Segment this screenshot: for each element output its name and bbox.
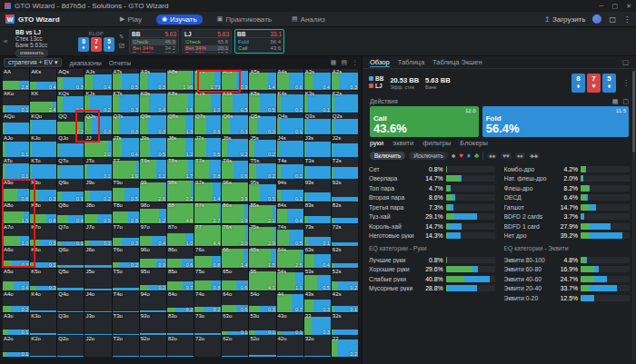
matrix-cell-77[interactable]: 774.4 [194,224,221,245]
maximize-icon[interactable]: ▢ [612,3,619,10]
tab-action-table[interactable]: Таблица Экшен [432,58,482,66]
matrix-cell-Q3s[interactable]: Q3s [304,113,331,134]
tab-study[interactable]: ◉Изучать [156,15,203,25]
exclude-button[interactable]: Исключить [409,152,448,160]
matrix-cell-94o[interactable]: 94o [140,291,166,312]
matrix-cell-A6s[interactable]: A6s0.9 [222,69,248,90]
matrix-cell-K6s[interactable]: K6s0.5 [222,91,248,112]
matrix-cell-82o[interactable]: 82o [167,336,194,357]
matrix-cell-K9o[interactable]: K9o0.3 [30,180,56,201]
matrix-cell-75o[interactable]: 75o0.8 [194,269,221,290]
panel-expand-icon[interactable]: ▢ [622,58,629,66]
fullscreen-icon[interactable]: ▢ [609,15,616,24]
grid-view-icon[interactable]: ▦ [331,59,337,66]
matrix-cell-T3o[interactable]: T3o [113,313,139,334]
matrix-cell-Q4s[interactable]: Q4s0.1 [277,113,303,134]
suit-pair-filter-icon[interactable]: ♣♣ [529,152,541,159]
matrix-cell-55[interactable]: 554.1 [249,269,275,290]
matrix-cell-43o[interactable]: 43o0.1 [277,313,303,334]
matrix-cell-52s[interactable]: 52s0.2 [332,269,358,290]
matrix-cell-97s[interactable]: 97s1.4 [194,180,221,201]
matrix-cell-QTs[interactable]: QTs0.3 [113,113,139,134]
matrix-cell-J7s[interactable]: J7s0.6 [194,135,221,156]
matrix-cell-95o[interactable]: 95o0.2 [140,269,166,290]
matrix-cell-QJo[interactable]: QJo [57,135,84,156]
matrix-cell-AKs[interactable]: AKs0.4 [30,69,56,90]
matrix-cell-A7o[interactable]: A7o1.0 [3,224,29,245]
matrix-cell-A2s[interactable]: A2s0.3 [332,69,358,90]
matrix-cell-Q8s[interactable]: Q8s1.3 [167,113,194,134]
matrix-cell-J7o[interactable]: J7o0.1 [84,224,111,245]
matrix-cell-K4o[interactable]: K4o [30,291,56,312]
tab-table[interactable]: Таблица [398,58,424,66]
tab-hands[interactable]: руки [370,139,383,147]
suit-pair-filter-icon[interactable]: ♦♦ [515,152,525,159]
avatar[interactable] [592,15,601,24]
matrix-cell-A4o[interactable]: A4o0.2 [3,291,29,312]
matrix-cell-KTo[interactable]: KTo [30,158,56,179]
matrix-cell-99[interactable]: 992.6 [140,180,166,201]
tab-filters[interactable]: фильтры [422,139,451,147]
actions-expand-icon[interactable]: ▢ [622,98,629,105]
actions-grid-icon[interactable]: ▦ [612,98,619,105]
matrix-cell-ATs[interactable]: ATs0.5 [113,69,139,90]
collapse-sidebar-icon[interactable]: « [4,29,11,54]
matrix-cell-QTo[interactable]: QTo [57,158,84,179]
node-action-bet-50%[interactable]: Bet 50%10.3 [184,51,229,54]
matrix-cell-T9o[interactable]: T9o0.5 [113,180,139,201]
matrix-cell-A5s[interactable]: A5s1.4 [249,69,275,90]
matrix-cell-JJ[interactable]: JJ2.0 [84,135,111,156]
matrix-cell-T3s[interactable]: T3s [304,158,331,179]
matrix-cell-84o[interactable]: 84o0.2 [167,291,194,312]
matrix-cell-96s[interactable]: 96s3.9 [222,180,248,201]
matrix-cell-AKo[interactable]: AKo0.1 [3,91,29,112]
matrix-cell-Q2s[interactable]: Q2s [332,113,358,134]
matrix-cell-32o[interactable]: 32o [304,336,331,357]
matrix-cell-33[interactable]: 330.3 [304,313,331,334]
panel-scrollbar[interactable] [632,71,635,361]
matrix-cell-95s[interactable]: 95s0.5 [249,180,275,201]
matrix-cell-86s[interactable]: 86s1.9 [222,202,248,223]
list-view-icon[interactable]: ▤ [341,59,347,66]
matrix-cell-64s[interactable]: 64s2.5 [277,247,303,268]
tab-blockers[interactable]: Блокеры [460,139,488,147]
matrix-cell-K3s[interactable]: K3s0.1 [304,91,331,112]
matrix-cell-72o[interactable]: 72o [194,336,221,357]
suit-filter-icon[interactable]: ♣ [474,152,479,160]
summary-more-icon[interactable]: ⋮ [622,79,630,87]
matrix-cell-98s[interactable]: 98s2.2 [167,180,194,201]
matrix-cell-Q9o[interactable]: Q9o0.1 [57,180,84,201]
matrix-cell-A2o[interactable]: A2o0.1 [3,336,29,357]
matrix-cell-76s[interactable]: 76s2.0 [222,224,248,245]
matrix-cell-AQs[interactable]: AQs0.3 [57,69,84,90]
matrix-cell-Q7s[interactable]: Q7s0.6 [194,113,221,134]
matrix-cell-72s[interactable]: 72s [332,224,358,245]
matrix-cell-T4s[interactable]: T4s0.1 [277,158,303,179]
matrix-cell-AQo[interactable]: AQo [3,113,29,134]
tab-play[interactable]: ▶Play [114,15,147,25]
matrix-cell-KQs[interactable]: KQs0.2 [57,91,84,112]
node-3-BB[interactable]: BB33.1Fold56.4Call43.6 [234,29,284,54]
matrix-cell-Q6s[interactable]: Q6s0.3 [222,113,248,134]
matrix-cell-K6o[interactable]: K6o0.1 [30,247,56,268]
matrix-cell-KK[interactable]: KK2.4 [30,91,56,112]
matrix-cell-53s[interactable]: 53s0.5 [304,269,331,290]
matrix-cell-Q5o[interactable]: Q5o [57,269,84,290]
matrix-cell-66[interactable]: 661.4 [222,247,248,268]
matrix-cell-J4o[interactable]: J4o [84,291,111,312]
matrix-cell-T4o[interactable]: T4o [113,291,139,312]
matrix-cell-44[interactable]: 440.7 [277,291,303,312]
matrix-cell-Q3o[interactable]: Q3o [57,313,84,334]
tab-reports[interactable]: Отчеты [109,60,131,66]
matrix-cell-QQ[interactable]: QQ2.2 [57,113,84,134]
include-button[interactable]: Включить [370,152,405,160]
tab-overview[interactable]: Обзор [370,58,390,67]
matrix-cell-63o[interactable]: 63o0.1 [222,313,248,334]
matrix-cell-87s[interactable]: 87s2.7 [194,202,221,223]
tab-analyze[interactable]: ▤Анализ [286,15,331,25]
matrix-cell-TT[interactable]: TT1.9 [113,158,139,179]
node-2-LJ[interactable]: LJ5.63Check65.8Bet 34%20.1Bet 50%10.3All… [182,29,232,54]
matrix-cell-75s[interactable]: 75s2.9 [249,224,275,245]
matrix-cell-J2s[interactable]: J2s [332,135,358,156]
tab-practice[interactable]: ▣Практиковать [212,15,277,25]
